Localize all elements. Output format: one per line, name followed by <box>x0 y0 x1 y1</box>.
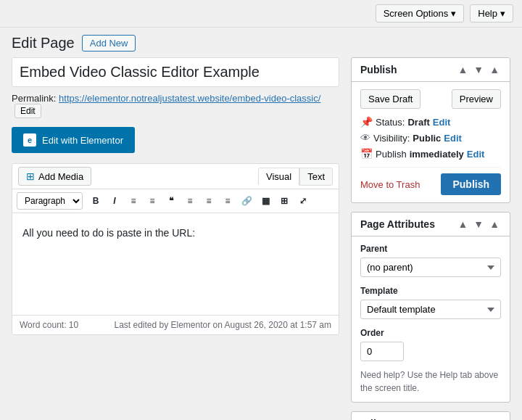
attributes-help-text: Need help? Use the Help tab above the sc… <box>360 368 501 395</box>
preview-button[interactable]: Preview <box>452 89 501 109</box>
align-center-button[interactable]: ≡ <box>200 192 218 210</box>
publish-toggle-button[interactable]: ▲ <box>488 64 501 75</box>
link-button[interactable]: 🔗 <box>238 192 255 210</box>
publish-box-header[interactable]: Publish ▲ ▼ ▲ <box>352 58 510 82</box>
last-edited: Last edited by Elementor on August 26, 2… <box>114 320 331 330</box>
status-value: Draft <box>407 117 429 128</box>
view-tabs: Visual Text <box>258 168 333 186</box>
ordered-list-button[interactable]: ≡ <box>144 192 161 210</box>
publish-time-label: Publish <box>376 149 407 160</box>
editor-top-bar: Add Media Visual Text <box>12 164 339 189</box>
italic-button[interactable]: I <box>106 192 123 210</box>
page-title: Edit Page <box>12 35 75 52</box>
elementor-edit-button[interactable]: Edit with Elementor <box>12 127 135 153</box>
page-header: Edit Page Add New <box>0 28 522 57</box>
toggle-icon: ▲ <box>489 64 500 75</box>
order-label: Order <box>360 328 501 338</box>
tab-text[interactable]: Text <box>299 168 333 186</box>
chevron-down-icon: ▾ <box>451 8 456 19</box>
elementor-btn-label: Edit with Elementor <box>42 135 123 146</box>
right-column: Publish ▲ ▼ ▲ Save Draft Preview <box>351 57 510 420</box>
attributes-collapse-down-button[interactable]: ▼ <box>472 218 485 230</box>
add-new-button[interactable]: Add New <box>82 35 136 52</box>
bold-button[interactable]: B <box>87 192 104 210</box>
publish-time-row: 📅 Publish immediately Edit <box>360 148 501 160</box>
blockquote-button[interactable]: ❝ <box>162 192 180 210</box>
visibility-edit-link[interactable]: Edit <box>444 133 462 144</box>
status-edit-link[interactable]: Edit <box>433 117 451 128</box>
publish-footer: Move to Trash Publish <box>360 167 501 195</box>
unordered-list-button[interactable]: ≡ <box>125 192 142 210</box>
format-toolbar: Paragraph B I ≡ ≡ ❝ ≡ ≡ ≡ 🔗 ▦ ⊞ ⤢ <box>12 189 339 213</box>
left-column: Permalink: https://elementor.notrealjust… <box>12 57 339 335</box>
visibility-row: 👁 Visibility: Public Edit <box>360 132 501 144</box>
page-title-input[interactable] <box>12 57 339 87</box>
publish-collapse-up-button[interactable]: ▲ <box>456 64 469 75</box>
page-attributes-controls: ▲ ▼ ▲ <box>456 218 501 230</box>
chevron-down-icon-help: ▾ <box>500 8 505 19</box>
arrow-down-icon-2: ▼ <box>473 218 484 230</box>
screen-options-button[interactable]: Screen Options ▾ <box>376 4 465 22</box>
main-layout: Permalink: https://elementor.notrealjust… <box>0 57 522 420</box>
template-label: Template <box>360 286 501 296</box>
editor-content[interactable]: All you need to do is paste in the URL: <box>12 213 339 315</box>
permalink-edit-button[interactable]: Edit <box>14 104 41 118</box>
toggle-icon-2: ▲ <box>489 218 500 230</box>
order-input[interactable] <box>360 342 404 361</box>
editor-text: All you need to do is paste in the URL: <box>22 225 328 241</box>
template-select[interactable]: Default template <box>360 300 501 319</box>
permalink-url[interactable]: https://elementor.notrealjustatest.websi… <box>59 93 320 104</box>
arrow-up-icon: ▲ <box>457 64 468 75</box>
publish-collapse-down-button[interactable]: ▼ <box>472 64 485 75</box>
publish-time-edit-link[interactable]: Edit <box>467 149 485 160</box>
page-attributes-content: Parent (no parent) Template Default temp… <box>352 236 510 402</box>
tab-visual[interactable]: Visual <box>258 168 299 186</box>
media-icon <box>26 170 35 182</box>
align-left-button[interactable]: ≡ <box>181 192 199 210</box>
help-label: Help <box>478 8 497 19</box>
page-attributes-title: Page Attributes <box>360 218 435 230</box>
attributes-collapse-up-button[interactable]: ▲ <box>456 218 469 230</box>
paragraph-select[interactable]: Paragraph <box>17 192 83 210</box>
status-label: Status: <box>376 117 405 128</box>
arrow-up-icon-2: ▲ <box>457 218 468 230</box>
permalink-label: Permalink: <box>12 93 56 104</box>
add-media-label: Add Media <box>38 171 83 182</box>
editor-footer: Word count: 10 Last edited by Elementor … <box>12 315 339 334</box>
calendar-icon: 📅 <box>360 148 373 160</box>
top-bar: Screen Options ▾ Help ▾ <box>0 0 522 28</box>
status-icon: 📌 <box>360 116 373 128</box>
attributes-toggle-button[interactable]: ▲ <box>488 218 501 230</box>
align-right-button[interactable]: ≡ <box>219 192 236 210</box>
parent-select[interactable]: (no parent) <box>360 258 501 277</box>
publish-time-value: immediately <box>410 149 464 160</box>
publish-box-title: Publish <box>360 64 397 75</box>
arrow-down-icon: ▼ <box>473 64 484 75</box>
editor-sidebar-box: Editor ▲ ▼ ▼ <box>351 411 510 420</box>
publish-action-buttons: Save Draft Preview <box>360 89 501 109</box>
publish-box-content: Save Draft Preview 📌 Status: Draft Edit … <box>352 82 510 202</box>
word-count: Word count: 10 <box>20 320 78 330</box>
editor-sidebar-header[interactable]: Editor ▲ ▼ ▼ <box>352 412 510 420</box>
visibility-value: Public <box>413 133 441 144</box>
page-attributes-header[interactable]: Page Attributes ▲ ▼ ▲ <box>352 213 510 236</box>
help-button[interactable]: Help ▾ <box>470 4 513 22</box>
table-button[interactable]: ▦ <box>257 192 274 210</box>
save-draft-button[interactable]: Save Draft <box>360 89 420 109</box>
status-row: 📌 Status: Draft Edit <box>360 116 501 128</box>
move-to-trash-link[interactable]: Move to Trash <box>360 179 420 190</box>
screen-options-label: Screen Options <box>384 8 449 19</box>
elementor-icon <box>23 133 36 147</box>
publish-header-controls: ▲ ▼ ▲ <box>456 64 501 75</box>
visibility-icon: 👁 <box>360 132 370 144</box>
parent-label: Parent <box>360 244 501 254</box>
add-media-button[interactable]: Add Media <box>18 167 91 186</box>
permalink-row: Permalink: https://elementor.notrealjust… <box>12 93 339 118</box>
visibility-label: Visibility: <box>373 133 410 144</box>
grid-button[interactable]: ⊞ <box>276 192 293 210</box>
publish-button[interactable]: Publish <box>441 173 501 195</box>
publish-box: Publish ▲ ▼ ▲ Save Draft Preview <box>351 57 510 203</box>
editor-area: Add Media Visual Text Paragraph B I ≡ ≡ … <box>12 163 339 335</box>
fullscreen-button[interactable]: ⤢ <box>294 192 312 210</box>
page-attributes-box: Page Attributes ▲ ▼ ▲ Parent (no parent <box>351 212 510 403</box>
